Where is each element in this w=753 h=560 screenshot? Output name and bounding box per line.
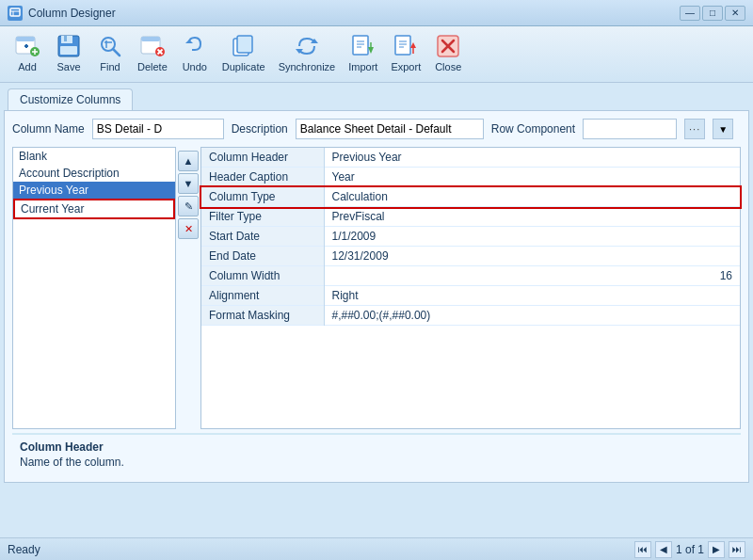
prop-value-end-date[interactable]: 12/31/2009 [324, 247, 740, 266]
toolbar: Add Save Find [0, 26, 753, 83]
prop-label-column-width: Column Width [201, 266, 324, 286]
svg-marker-39 [410, 42, 416, 48]
svg-rect-34 [395, 36, 410, 55]
prop-label-filter-type: Filter Type [201, 207, 324, 227]
svg-rect-25 [237, 36, 252, 53]
save-label: Save [56, 61, 80, 72]
list-item-current-year[interactable]: Current Year [13, 199, 175, 219]
title-bar: Column Designer — □ ✕ [0, 0, 753, 26]
maximize-button[interactable]: □ [702, 6, 723, 21]
export-label: Export [391, 61, 421, 72]
description-label: Description [232, 122, 288, 136]
app-icon [8, 6, 23, 21]
description-panel: Column Header Name of the column. [12, 433, 741, 474]
prop-value-start-date[interactable]: 1/1/2009 [324, 227, 740, 247]
svg-rect-4 [16, 37, 35, 41]
nav-page-number: 1 of 1 [676, 543, 704, 556]
close-label: Close [435, 61, 461, 72]
close-icon [435, 33, 461, 59]
status-text: Ready [8, 543, 40, 556]
prop-label-end-date: End Date [201, 247, 324, 266]
add-icon [14, 33, 40, 59]
status-bar: Ready ⏮ ◀ 1 of 1 ▶ ⏭ [0, 537, 753, 560]
description-input[interactable] [296, 119, 484, 139]
prop-row-end-date: End Date 12/31/2009 [201, 247, 740, 266]
delete-label: Delete [137, 61, 168, 72]
prop-row-filter-type: Filter Type PrevFiscal [201, 207, 740, 227]
prop-value-column-width[interactable]: 16 [324, 266, 740, 286]
undo-label: Undo [183, 61, 207, 72]
import-icon [350, 33, 376, 59]
synchronize-icon [294, 33, 320, 59]
tab-area: Customize Columns [0, 83, 753, 110]
undo-button[interactable]: Undo [175, 30, 215, 75]
minimize-button[interactable]: — [680, 6, 700, 21]
prop-row-format-masking: Format Masking #,##0.00;(#,##0.00) [201, 306, 740, 326]
prop-value-format-masking[interactable]: #,##0.00;(#,##0.00) [324, 306, 740, 326]
move-down-button[interactable]: ▼ [178, 173, 199, 194]
nav-next-button[interactable]: ▶ [708, 541, 725, 558]
desc-title: Column Header [20, 440, 733, 454]
move-up-button[interactable]: ▲ [178, 151, 199, 171]
properties-table: Column Header Previous Year Header Capti… [201, 148, 740, 326]
delete-icon [139, 33, 166, 59]
row-component-input[interactable] [583, 119, 677, 139]
list-item-blank[interactable]: Blank [13, 148, 175, 165]
list-with-controls: Blank Account Description Previous Year … [12, 147, 200, 429]
column-name-input[interactable] [92, 119, 224, 139]
prop-value-filter-type[interactable]: PrevFiscal [324, 207, 740, 227]
desc-text: Name of the column. [20, 456, 733, 469]
customize-columns-tab[interactable]: Customize Columns [8, 88, 133, 110]
window-title: Column Designer [28, 7, 680, 20]
row-component-dropdown-button[interactable]: ··· [684, 119, 705, 139]
list-arrow-controls: ▲ ▼ ✎ ✕ [176, 147, 200, 429]
prop-label-column-type: Column Type [201, 187, 324, 207]
prop-label-column-header: Column Header [201, 148, 324, 168]
save-button[interactable]: Save [49, 30, 88, 75]
prop-label-alignment: Alignment [201, 286, 324, 306]
window-controls[interactable]: — □ ✕ [680, 6, 745, 21]
column-name-label: Column Name [12, 122, 85, 136]
import-label: Import [348, 61, 377, 72]
svg-line-15 [113, 49, 120, 56]
nav-first-button[interactable]: ⏮ [634, 541, 651, 558]
export-button[interactable]: Export [385, 30, 426, 75]
prop-value-column-type[interactable]: Calculation [324, 187, 740, 207]
list-item-account-desc[interactable]: Account Description [13, 165, 175, 182]
import-button[interactable]: Import [343, 30, 383, 75]
list-item-previous-year[interactable]: Previous Year [13, 182, 175, 199]
row-component-label: Row Component [491, 122, 575, 136]
svg-rect-13 [60, 46, 77, 55]
nav-last-button[interactable]: ⏭ [729, 541, 745, 558]
duplicate-button[interactable]: Duplicate [216, 30, 271, 75]
svg-rect-12 [64, 36, 67, 41]
close-button[interactable]: Close [428, 30, 468, 75]
prop-value-alignment[interactable]: Right [324, 286, 740, 306]
synchronize-button[interactable]: Synchronize [273, 30, 342, 75]
add-button[interactable]: Add [8, 30, 47, 75]
svg-marker-23 [185, 40, 193, 43]
prop-row-column-type: Column Type Calculation [201, 187, 740, 207]
prop-row-alignment: Alignment Right [201, 286, 740, 306]
nav-prev-button[interactable]: ◀ [655, 541, 672, 558]
svg-rect-0 [10, 8, 20, 16]
duplicate-icon [231, 33, 257, 59]
prop-value-header-caption[interactable]: Year [324, 168, 740, 187]
remove-button[interactable]: ✕ [178, 218, 199, 239]
svg-marker-32 [368, 47, 374, 54]
find-label: Find [100, 61, 120, 72]
synchronize-label: Synchronize [279, 61, 336, 72]
svg-rect-19 [141, 37, 160, 41]
prop-row-header-caption: Header Caption Year [201, 168, 740, 187]
left-section: Blank Account Description Previous Year … [12, 147, 200, 429]
row-component-arrow-button[interactable]: ▼ [713, 119, 733, 139]
duplicate-label: Duplicate [222, 61, 265, 72]
edit-button[interactable]: ✎ [178, 196, 199, 216]
main-content: Column Name Description Row Component ··… [4, 110, 749, 483]
delete-button[interactable]: Delete [132, 30, 173, 75]
close-window-button[interactable]: ✕ [725, 6, 745, 21]
column-list: Blank Account Description Previous Year … [12, 147, 176, 429]
add-label: Add [18, 61, 37, 72]
find-button[interactable]: Find [90, 30, 130, 75]
prop-value-column-header[interactable]: Previous Year [324, 148, 740, 168]
